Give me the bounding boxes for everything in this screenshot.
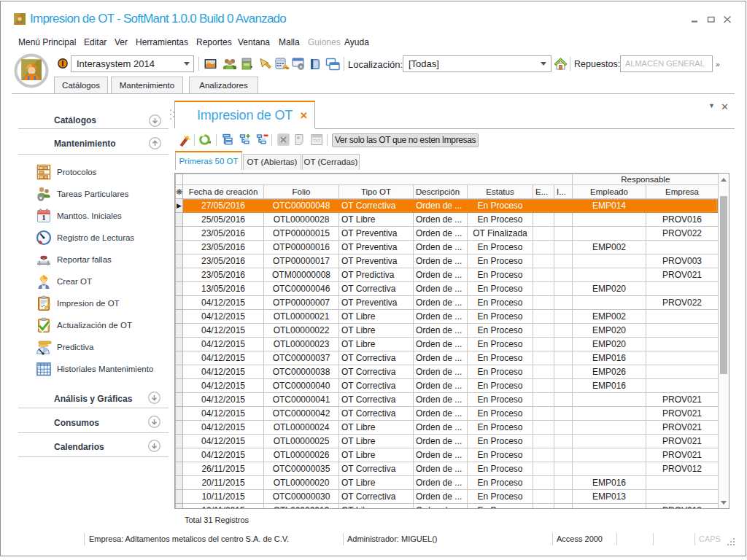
svg-text:1: 1 <box>42 213 46 222</box>
svg-text:TXT: TXT <box>313 139 321 143</box>
